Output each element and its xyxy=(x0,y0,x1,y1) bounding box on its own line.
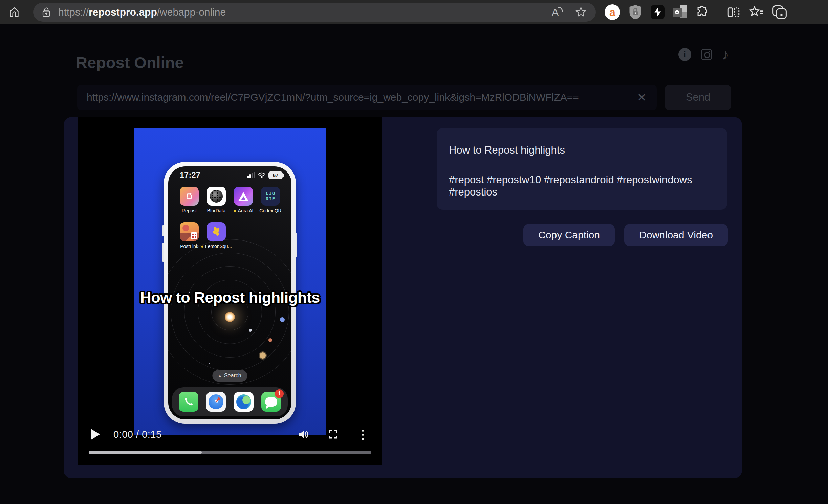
phone-app-grid: Repost BlurData ●Aura AI xyxy=(176,187,284,249)
url-text[interactable]: https://repostpro.app/webapp-online xyxy=(58,6,226,18)
extension-a-icon[interactable]: a xyxy=(605,4,620,20)
toolbar-divider xyxy=(718,6,718,18)
tiktok-icon[interactable]: ♪ xyxy=(722,48,729,61)
codex-qr-app-icon: CIODIE xyxy=(261,187,280,206)
video-time: 0:00 / 0:15 xyxy=(113,429,162,440)
read-aloud-icon[interactable]: A xyxy=(552,6,563,18)
search-label: Search xyxy=(224,373,241,379)
caption-panel: How to Repost highlights #repost #repost… xyxy=(437,128,727,210)
app-root: https://repostpro.app/webapp-online A a xyxy=(0,0,828,504)
split-screen-icon[interactable] xyxy=(726,5,741,19)
home-icon xyxy=(8,6,20,18)
postlink-app-icon xyxy=(180,222,199,241)
url-domain: repostpro.app xyxy=(89,6,157,18)
page-title: Repost Online xyxy=(76,53,184,72)
video-overlay-title: How to Repost highlights xyxy=(78,289,382,306)
cellular-signal-icon xyxy=(247,172,255,178)
instagram-icon[interactable] xyxy=(701,49,712,60)
video-content: 17:27 67 xyxy=(134,128,326,435)
clear-input-button[interactable]: ✕ xyxy=(634,90,650,105)
action-buttons: Copy Caption Download Video xyxy=(523,224,728,246)
app-tile-codex-qr: CIODIE Codex QR xyxy=(258,187,283,213)
close-icon: ✕ xyxy=(637,91,647,104)
app-tile-postlink: PostLink xyxy=(177,222,202,249)
app-tile-aura-ai: ●Aura AI xyxy=(231,187,256,213)
extension-outlook-icon[interactable] xyxy=(673,5,687,19)
messages-app-icon: 1 xyxy=(261,392,281,412)
extensions-puzzle-icon[interactable] xyxy=(695,5,710,19)
blurdata-app-icon xyxy=(207,187,226,206)
site-permissions-lock-icon[interactable] xyxy=(42,7,51,17)
phone-power-button xyxy=(296,233,297,257)
spotlight-search-pill: ⌕ Search xyxy=(212,370,247,382)
app-tile-repost: Repost xyxy=(177,187,202,213)
send-button[interactable]: Send xyxy=(665,85,731,110)
add-favorite-star-icon[interactable] xyxy=(575,6,587,18)
wifi-icon xyxy=(258,172,265,178)
phone-clock: 17:27 xyxy=(180,170,200,180)
update-dot: ● xyxy=(201,245,204,248)
edge-app-icon xyxy=(234,392,254,412)
fullscreen-icon[interactable] xyxy=(328,429,339,440)
video-progress-buffered xyxy=(89,451,202,454)
safari-app-icon xyxy=(206,392,226,412)
caption-title: How to Repost highlights xyxy=(449,144,715,156)
app-label: BlurData xyxy=(207,208,225,213)
phone-dock: 1 xyxy=(172,387,288,416)
lemonsqueezy-app-icon xyxy=(207,222,226,241)
app-label: Codex QR xyxy=(259,208,281,213)
extensions-row: a xyxy=(605,0,787,24)
update-dot: ● xyxy=(234,209,237,212)
download-video-button[interactable]: Download Video xyxy=(624,224,728,246)
video-controls: 0:00 / 0:15 ⋮ xyxy=(78,423,382,445)
copy-caption-button[interactable]: Copy Caption xyxy=(523,224,615,246)
address-bar-actions: A xyxy=(552,6,587,18)
app-label: PostLink xyxy=(180,244,198,249)
video-progress-bar[interactable] xyxy=(89,451,371,454)
app-label: Aura AI xyxy=(238,208,254,213)
app-label: LemonSqu... xyxy=(205,244,232,249)
favorites-list-icon[interactable] xyxy=(749,5,764,19)
home-button[interactable] xyxy=(5,3,24,21)
caption-hashtags: #repost #repostw10 #repostandroid #repos… xyxy=(449,174,715,198)
app-tile-lemonsqueezy: ●LemonSqu... xyxy=(204,222,229,249)
battery-icon: 67 xyxy=(268,171,283,179)
phone-volume-button xyxy=(162,225,164,236)
volume-icon[interactable] xyxy=(297,429,309,440)
extension-shield-lock-icon[interactable] xyxy=(628,4,642,20)
address-bar[interactable]: https://repostpro.app/webapp-online A xyxy=(33,3,596,22)
url-path: /webapp-online xyxy=(157,6,226,18)
app-tile-blurdata: BlurData xyxy=(204,187,229,213)
url-scheme: https:// xyxy=(58,6,89,18)
search-icon: ⌕ xyxy=(218,372,222,379)
collections-icon[interactable] xyxy=(772,5,787,20)
browser-toolbar: https://repostpro.app/webapp-online A a xyxy=(0,0,828,24)
result-card: 17:27 67 xyxy=(64,117,742,478)
phone-status-bar: 17:27 67 xyxy=(180,170,283,180)
reel-url-input[interactable] xyxy=(77,85,657,110)
page-header-icons: i ♪ xyxy=(678,48,729,61)
play-icon[interactable] xyxy=(91,429,100,440)
repost-app-icon xyxy=(180,187,199,206)
extension-flash-icon[interactable] xyxy=(651,5,665,19)
video-player[interactable]: 17:27 67 xyxy=(78,117,382,465)
notification-badge: 1 xyxy=(275,389,284,398)
sun xyxy=(225,312,235,322)
more-options-icon[interactable]: ⋮ xyxy=(357,428,369,440)
phone-app-icon xyxy=(179,392,198,412)
app-label: Repost xyxy=(182,208,197,213)
phone-volume-button xyxy=(162,243,164,262)
aura-ai-app-icon xyxy=(234,187,253,206)
info-icon[interactable]: i xyxy=(678,48,691,61)
